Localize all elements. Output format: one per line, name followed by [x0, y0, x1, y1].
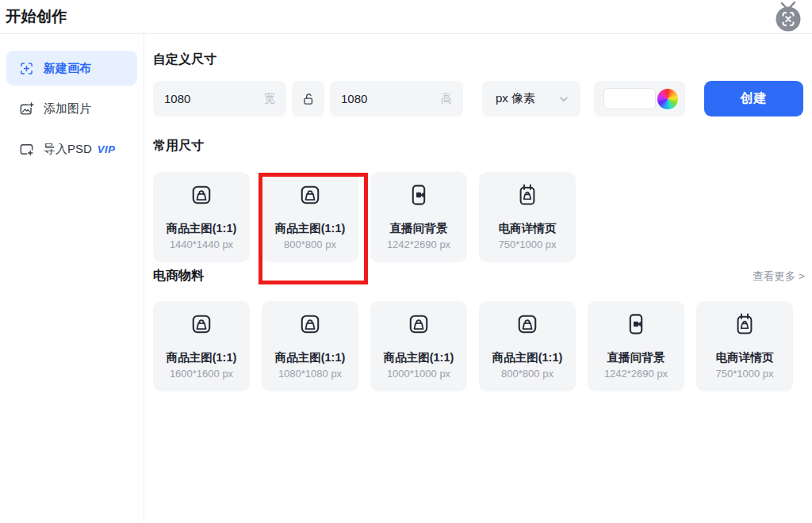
preset-title: 商品主图(1:1): [384, 350, 454, 365]
add-image-icon: [19, 101, 34, 116]
detail-page-icon: [515, 182, 540, 208]
create-button[interactable]: 创建: [704, 81, 803, 116]
common-sizes-title: 常用尺寸: [153, 138, 805, 155]
page-title: 开始创作: [6, 6, 67, 27]
size-preset-card[interactable]: 商品主图(1:1) 800*800 px: [262, 172, 358, 262]
background-color-field[interactable]: [594, 81, 685, 116]
shopping-bag-icon: [515, 311, 540, 337]
preset-title: 电商详情页: [716, 350, 774, 365]
ecommerce-materials-head: 电商物料 查看更多 >: [153, 268, 805, 284]
preset-title: 商品主图(1:1): [492, 350, 563, 365]
height-input[interactable]: [341, 92, 420, 105]
common-sizes-grid: 商品主图(1:1) 1440*1440 px 商品主图(1:1) 800*800…: [153, 172, 805, 262]
color-swatch[interactable]: [603, 88, 656, 109]
shopping-bag-icon: [406, 311, 431, 337]
preset-dimensions: 1080*1080 px: [278, 368, 342, 380]
preset-title: 直播间背景: [607, 350, 665, 365]
sidebar-item-add-image[interactable]: 添加图片: [6, 91, 137, 126]
custom-size-title: 自定义尺寸: [153, 52, 805, 68]
preset-dimensions: 1600*1600 px: [170, 368, 233, 380]
ecommerce-materials-title: 电商物料: [153, 268, 204, 284]
unit-select[interactable]: px 像素: [482, 81, 580, 116]
preset-dimensions: 750*1000 px: [715, 368, 773, 380]
live-room-icon: [406, 182, 431, 208]
preset-dimensions: 1242*2690 px: [387, 239, 450, 250]
size-row: 宽 高 px 像素 创建: [153, 81, 805, 116]
size-preset-card[interactable]: 直播间背景 1242*2690 px: [370, 172, 467, 262]
sidebar-item-import-psd[interactable]: 导入PSD VIP: [6, 132, 137, 166]
sidebar-item-label: 导入PSD: [44, 142, 92, 157]
preset-title: 直播间背景: [390, 221, 448, 236]
size-preset-card[interactable]: 商品主图(1:1) 1440*1440 px: [153, 172, 250, 262]
size-preset-card[interactable]: 商品主图(1:1) 1600*1600 px: [153, 301, 250, 391]
aspect-lock-button[interactable]: [292, 81, 324, 116]
dialog-header: 开始创作: [0, 0, 812, 34]
unlock-icon: [301, 91, 316, 107]
size-preset-card[interactable]: 商品主图(1:1) 1080*1080 px: [262, 301, 358, 391]
color-wheel-icon[interactable]: [657, 89, 678, 109]
size-preset-card[interactable]: 直播间背景 1242*2690 px: [588, 301, 684, 391]
preset-title: 商品主图(1:1): [167, 221, 237, 236]
new-canvas-dialog: 开始创作 新建画布 添加图片 导入PSD VIP 自定义尺寸: [0, 0, 812, 523]
sidebar-item-label: 添加图片: [44, 101, 91, 116]
sidebar-item-label: 新建画布: [44, 61, 91, 76]
shopping-bag-icon: [189, 182, 214, 208]
unit-value: px 像素: [496, 91, 535, 106]
width-suffix: 宽: [264, 92, 275, 106]
preset-title: 商品主图(1:1): [275, 221, 346, 236]
size-preset-card[interactable]: 商品主图(1:1) 1000*1000 px: [370, 301, 467, 391]
height-suffix: 高: [441, 92, 452, 106]
sidebar-item-new-canvas[interactable]: 新建画布: [6, 51, 137, 86]
new-canvas-icon: [19, 61, 34, 76]
width-field[interactable]: 宽: [153, 81, 286, 116]
import-psd-icon: [19, 142, 34, 157]
preset-dimensions: 750*1000 px: [498, 239, 556, 250]
live-room-icon: [623, 311, 649, 337]
see-more-link[interactable]: 查看更多 >: [753, 269, 805, 284]
shopping-bag-icon: [297, 182, 323, 208]
size-preset-card[interactable]: 电商详情页 750*1000 px: [479, 172, 576, 262]
width-input[interactable]: [164, 92, 243, 105]
detail-page-icon: [732, 311, 757, 337]
tv-capture-icon[interactable]: [772, 1, 804, 32]
height-field[interactable]: 高: [330, 81, 463, 116]
preset-dimensions: 1440*1440 px: [170, 239, 233, 250]
preset-title: 电商详情页: [499, 221, 557, 236]
vip-badge: VIP: [98, 143, 115, 155]
size-preset-card[interactable]: 商品主图(1:1) 800*800 px: [479, 301, 576, 391]
preset-dimensions: 800*800 px: [284, 239, 336, 250]
chevron-down-icon: [558, 94, 569, 105]
ecommerce-materials-grid: 商品主图(1:1) 1600*1600 px 商品主图(1:1) 1080*10…: [153, 301, 805, 391]
preset-dimensions: 1000*1000 px: [387, 368, 450, 380]
preset-title: 商品主图(1:1): [167, 350, 237, 365]
shopping-bag-icon: [297, 311, 323, 337]
size-preset-card[interactable]: 电商详情页 750*1000 px: [696, 301, 793, 391]
shopping-bag-icon: [189, 311, 214, 337]
preset-dimensions: 800*800 px: [501, 368, 553, 380]
preset-dimensions: 1242*2690 px: [604, 368, 668, 380]
preset-title: 商品主图(1:1): [275, 350, 346, 365]
main-panel: 自定义尺寸 宽 高 px 像素: [144, 34, 812, 522]
sidebar: 新建画布 添加图片 导入PSD VIP: [0, 34, 144, 522]
